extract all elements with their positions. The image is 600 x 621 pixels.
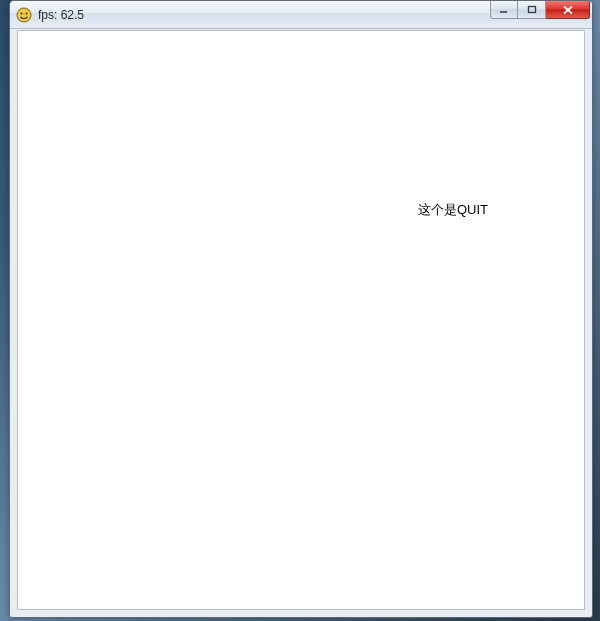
window-controls <box>490 1 590 28</box>
minimize-button[interactable] <box>490 1 518 19</box>
titlebar[interactable]: fps: 62.5 <box>10 1 592 29</box>
svg-point-2 <box>25 12 27 14</box>
simulation-canvas <box>18 31 318 181</box>
client-area: 这个是QUIT <box>17 30 585 610</box>
pygame-icon <box>16 7 32 23</box>
close-button[interactable] <box>546 1 590 19</box>
annotation-label: 这个是QUIT <box>418 201 488 219</box>
maximize-button[interactable] <box>518 1 546 19</box>
window-title: fps: 62.5 <box>38 8 490 22</box>
svg-point-1 <box>20 12 22 14</box>
svg-rect-4 <box>528 6 535 12</box>
app-window: fps: 62.5 这个是QUIT <box>9 0 593 618</box>
svg-point-0 <box>17 8 31 22</box>
